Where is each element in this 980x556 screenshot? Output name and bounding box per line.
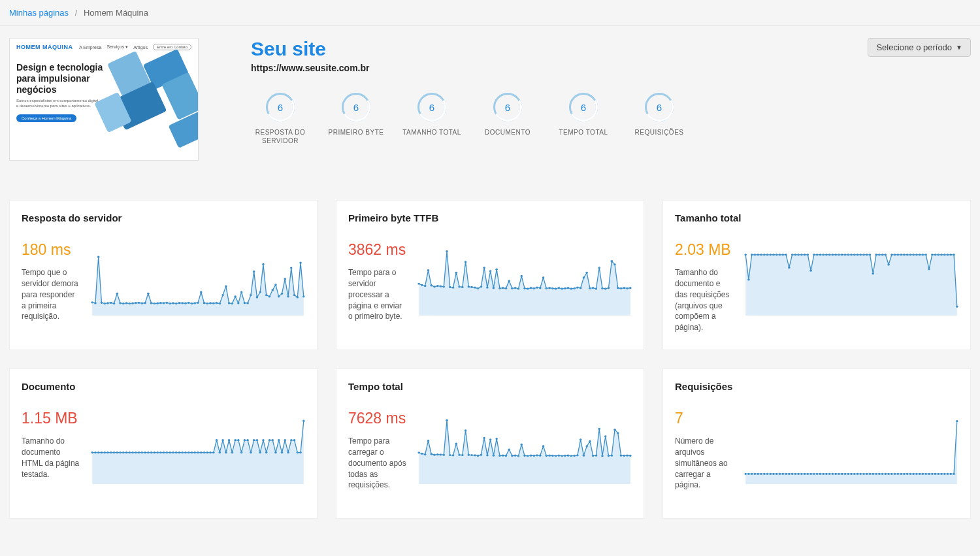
svg-point-388 xyxy=(878,473,880,475)
svg-point-256 xyxy=(244,439,246,441)
svg-point-239 xyxy=(191,451,193,453)
svg-point-98 xyxy=(508,280,510,282)
svg-point-41 xyxy=(219,303,221,304)
svg-point-34 xyxy=(197,302,199,304)
svg-point-230 xyxy=(163,451,165,453)
svg-point-184 xyxy=(887,263,889,265)
svg-point-144 xyxy=(763,253,765,255)
metric-circle: 6 PRIMEIRO BYTE xyxy=(327,93,385,145)
svg-point-96 xyxy=(502,287,504,289)
svg-point-300 xyxy=(493,455,495,457)
svg-point-1 xyxy=(94,302,96,304)
svg-point-11 xyxy=(125,302,127,304)
svg-point-222 xyxy=(138,451,140,453)
svg-point-0 xyxy=(91,301,93,303)
svg-point-224 xyxy=(144,451,146,453)
svg-point-289 xyxy=(458,454,460,456)
svg-point-322 xyxy=(561,455,563,457)
svg-point-48 xyxy=(240,291,242,293)
svg-point-119 xyxy=(573,287,575,289)
svg-point-192 xyxy=(912,253,914,255)
svg-point-237 xyxy=(184,451,186,453)
svg-point-396 xyxy=(903,473,905,475)
svg-point-42 xyxy=(221,294,223,296)
svg-point-218 xyxy=(125,451,127,453)
site-thumbnail: HOMEM MÁQUINA A Empresa Serviços ▾ Artig… xyxy=(9,38,199,161)
svg-point-120 xyxy=(576,286,578,288)
svg-point-15 xyxy=(138,302,140,304)
site-url: https://www.seusite.com.br xyxy=(251,63,370,73)
svg-point-306 xyxy=(511,455,513,457)
svg-point-176 xyxy=(862,253,864,255)
svg-point-226 xyxy=(150,451,152,453)
svg-point-231 xyxy=(166,451,168,453)
svg-point-74 xyxy=(433,286,435,287)
svg-point-109 xyxy=(542,276,544,278)
svg-point-6 xyxy=(110,302,112,304)
svg-point-393 xyxy=(894,473,896,475)
svg-point-386 xyxy=(872,473,874,475)
svg-point-372 xyxy=(828,473,830,475)
caret-down-icon: ▼ xyxy=(956,44,962,51)
svg-point-382 xyxy=(860,473,862,475)
svg-point-283 xyxy=(440,453,442,455)
svg-point-275 xyxy=(302,420,304,422)
svg-point-73 xyxy=(430,284,432,286)
metric-label: TEMPO TOTAL xyxy=(559,128,608,137)
metric-circle: 6 TEMPO TOTAL xyxy=(554,93,613,145)
svg-point-153 xyxy=(791,253,793,255)
svg-point-280 xyxy=(430,453,432,455)
svg-point-391 xyxy=(887,473,889,475)
panel-desc: Número de arquivos simultâneos ao carreg… xyxy=(675,436,734,491)
svg-point-155 xyxy=(797,253,799,255)
svg-point-121 xyxy=(580,287,581,289)
svg-point-179 xyxy=(872,272,874,274)
svg-point-40 xyxy=(216,302,218,304)
svg-point-122 xyxy=(583,276,585,278)
svg-point-267 xyxy=(278,439,280,441)
svg-point-273 xyxy=(297,451,299,453)
period-select-button[interactable]: Selecione o período ▼ xyxy=(868,38,971,57)
svg-point-286 xyxy=(449,454,451,456)
svg-point-348 xyxy=(754,473,756,475)
svg-point-99 xyxy=(511,287,513,289)
period-label: Selecione o período xyxy=(876,42,952,52)
svg-point-408 xyxy=(940,473,942,475)
svg-point-53 xyxy=(256,296,258,298)
svg-point-340 xyxy=(617,432,619,434)
svg-point-376 xyxy=(841,473,843,475)
svg-point-406 xyxy=(934,473,936,475)
svg-point-137 xyxy=(629,287,631,289)
svg-point-399 xyxy=(912,473,914,475)
svg-point-303 xyxy=(502,455,504,457)
svg-point-387 xyxy=(875,473,877,475)
svg-point-50 xyxy=(246,302,248,304)
svg-point-392 xyxy=(890,473,892,475)
svg-point-255 xyxy=(240,451,242,453)
svg-point-185 xyxy=(890,253,892,255)
svg-point-384 xyxy=(866,473,868,475)
breadcrumb-root[interactable]: Minhas páginas xyxy=(9,8,69,18)
svg-point-183 xyxy=(885,253,887,255)
svg-point-379 xyxy=(850,473,852,475)
svg-point-117 xyxy=(567,287,569,289)
svg-point-140 xyxy=(751,253,753,255)
svg-point-308 xyxy=(517,455,519,457)
svg-point-189 xyxy=(903,253,905,255)
svg-point-60 xyxy=(278,295,280,297)
svg-point-89 xyxy=(480,286,482,287)
svg-point-400 xyxy=(915,473,917,475)
svg-point-27 xyxy=(175,303,177,304)
svg-point-30 xyxy=(184,303,186,304)
svg-point-364 xyxy=(804,473,806,475)
panel-sparkline xyxy=(91,410,305,485)
svg-point-301 xyxy=(495,438,497,440)
svg-point-213 xyxy=(110,451,112,453)
svg-point-18 xyxy=(147,293,149,295)
svg-point-313 xyxy=(533,455,535,457)
svg-point-250 xyxy=(225,451,227,453)
svg-point-22 xyxy=(159,302,161,304)
panel-sparkline xyxy=(744,242,958,317)
svg-point-338 xyxy=(611,455,613,457)
svg-point-181 xyxy=(878,253,880,255)
